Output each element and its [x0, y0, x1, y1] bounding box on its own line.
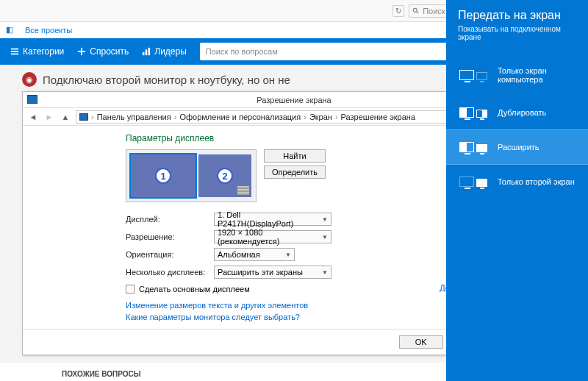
charm-subtitle: Показывать на подключенном экране: [446, 25, 588, 54]
question-avatar-icon: ◉: [22, 72, 37, 87]
bookmark-all-projects[interactable]: Все проекты: [25, 26, 72, 35]
window-icon: [27, 95, 37, 104]
keyboard-icon: [237, 185, 250, 196]
select-orientation-value: Альбомная: [218, 250, 260, 259]
extend-icon: [458, 142, 489, 152]
search-icon: [412, 7, 420, 15]
svg-rect-6: [78, 51, 85, 52]
nav-forward-button[interactable]: ►: [43, 111, 55, 123]
crumb-3[interactable]: Разрешение экрана: [341, 113, 415, 121]
select-resolution-value: 1920 × 1080 (рекомендуется): [218, 228, 316, 246]
plus-icon: [77, 47, 86, 56]
nav-leaders[interactable]: Лидеры: [142, 46, 187, 57]
option-duplicate[interactable]: Дублировать: [446, 96, 588, 129]
list-icon: [10, 47, 19, 56]
svg-rect-2: [11, 49, 18, 50]
crumb-2[interactable]: Экран: [309, 113, 332, 121]
select-multi[interactable]: Расширить эти экраны▼: [214, 266, 331, 279]
option-label: Только экран компьютера: [498, 66, 576, 84]
label-resolution: Разрешение:: [126, 232, 214, 241]
related-heading: ПОХОЖИЕ ВОПРОСЫ: [62, 370, 141, 378]
pc-only-icon: [458, 70, 489, 80]
monitor-preview-box: 1 2: [126, 149, 257, 202]
option-second-only[interactable]: Только второй экран: [446, 165, 588, 199]
chart-icon: [142, 47, 151, 56]
crumb-1[interactable]: Оформление и персонализация: [179, 113, 301, 121]
label-multi: Несколько дисплеев:: [126, 268, 214, 277]
select-display-value: 1. Dell P2417H(DisplayPort): [218, 210, 316, 228]
option-label: Только второй экран: [498, 177, 575, 186]
crumb-0[interactable]: Панель управления: [97, 113, 171, 121]
site-search-placeholder: Поиск по вопросам: [206, 47, 278, 56]
svg-line-1: [417, 11, 419, 13]
svg-rect-7: [143, 52, 145, 55]
nav-back-button[interactable]: ◄: [27, 111, 39, 123]
primary-checkbox[interactable]: [126, 285, 135, 293]
svg-rect-3: [11, 51, 18, 52]
svg-rect-9: [148, 48, 151, 55]
breadcrumb[interactable]: › Панель управления› Оформление и персон…: [76, 110, 502, 124]
detect-button[interactable]: Определить: [264, 165, 326, 179]
nav-up-button[interactable]: ▲: [60, 111, 71, 123]
second-only-icon: [458, 177, 489, 187]
monitor-icon: [79, 113, 88, 121]
svg-rect-8: [146, 49, 148, 55]
browser-search-placeholder: Поиск: [423, 7, 445, 15]
primary-checkbox-label: Сделать основным дисплеем: [139, 285, 250, 293]
option-extend[interactable]: Расширить: [446, 129, 588, 165]
bookmark-icon[interactable]: ◧: [6, 25, 13, 35]
select-resolution[interactable]: 1920 × 1080 (рекомендуется)▼: [214, 230, 331, 243]
nav-categories[interactable]: Категории: [10, 46, 64, 57]
label-display: Дисплей:: [126, 215, 214, 224]
svg-rect-4: [11, 54, 18, 55]
find-button[interactable]: Найти: [264, 149, 326, 163]
select-orientation[interactable]: Альбомная▼: [214, 248, 295, 261]
nav-ask[interactable]: Спросить: [77, 46, 129, 57]
project-panel: Передать на экран Показывать на подключе…: [446, 0, 588, 381]
duplicate-icon: [458, 107, 489, 118]
select-display[interactable]: 1. Dell P2417H(DisplayPort)▼: [214, 213, 331, 226]
option-label: Дублировать: [498, 108, 546, 117]
nav-leaders-label: Лидеры: [154, 46, 187, 57]
question-title: Подключаю второй монитор к ноутбуку, но …: [43, 74, 290, 86]
ok-button[interactable]: OK: [399, 335, 443, 349]
nav-ask-label: Спросить: [90, 46, 129, 57]
select-multi-value: Расширить эти экраны: [218, 268, 303, 277]
nav-categories-label: Категории: [23, 46, 64, 57]
window-title: Разрешение экрана: [257, 96, 331, 104]
monitor-1-number: 1: [155, 168, 171, 184]
label-orientation: Ориентация:: [126, 250, 214, 259]
option-label: Расширить: [498, 143, 539, 152]
charm-title: Передать на экран: [446, 9, 588, 25]
svg-point-0: [413, 8, 417, 12]
refresh-button[interactable]: ↻: [392, 5, 404, 17]
monitor-1[interactable]: 1: [131, 154, 196, 197]
monitor-2[interactable]: 2: [198, 154, 251, 197]
monitor-2-number: 2: [217, 168, 233, 184]
option-pc-only[interactable]: Только экран компьютера: [446, 54, 588, 96]
